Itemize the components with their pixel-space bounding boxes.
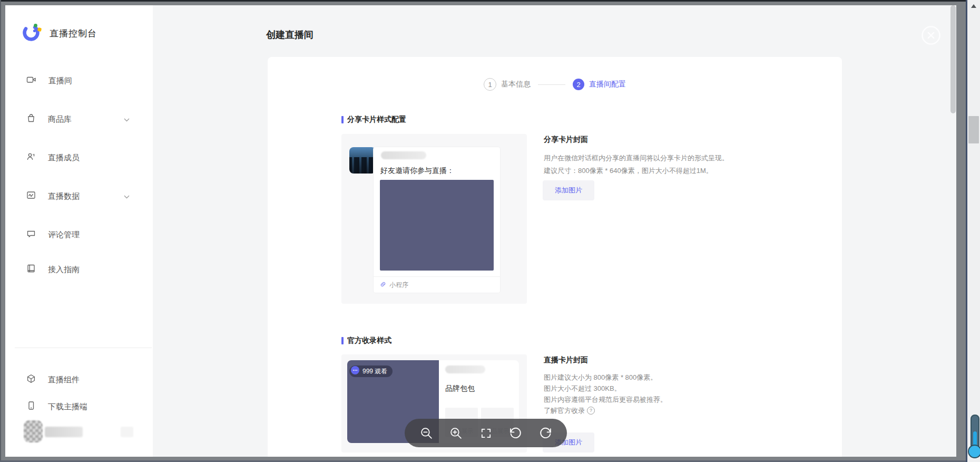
create-room-card: 1 基本信息 2 直播间配置 分享卡片样式配置 <box>268 57 842 457</box>
section-accent-bar <box>341 337 344 344</box>
section-share-card-heading: 分享卡片样式配置 <box>341 116 406 124</box>
scrollbar-thumb[interactable] <box>968 116 979 143</box>
zoom-out-icon[interactable] <box>419 426 433 440</box>
chart-icon <box>26 190 36 202</box>
section-accent-bar <box>341 116 344 123</box>
sidebar-item-label: 评论管理 <box>48 230 80 240</box>
sidebar-item-label: 直播数据 <box>48 191 80 201</box>
sidebar-item-label: 下载主播端 <box>48 402 87 412</box>
room-title: 品牌包包 <box>445 384 475 393</box>
viewer-count-badge: 999 观看 <box>349 365 393 377</box>
share-chat-card: 好友邀请你参与直播： 小程序 <box>374 147 500 293</box>
screen: 直播控制台 直播间 商品库 <box>0 0 980 462</box>
sidebar-item-product-library[interactable]: 商品库 <box>26 111 142 127</box>
browser-scrollbar <box>967 0 980 462</box>
step-basic-info[interactable]: 1 基本信息 <box>484 78 531 91</box>
info-line: 用户在微信对话框内分享的直播间将以分享卡片的形式呈现。 <box>544 152 828 165</box>
chat-avatar-image <box>349 147 376 174</box>
chat-card-divider <box>374 276 500 277</box>
chat-invite-text: 好友邀请你参与直播： <box>380 166 454 176</box>
user-profile[interactable] <box>24 420 145 444</box>
add-image-button-share-card[interactable]: 添加图片 <box>543 180 594 200</box>
sidebar-item-label: 直播间 <box>48 76 72 86</box>
step-number: 1 <box>484 78 496 91</box>
chat-sender-name-redacted <box>381 151 426 159</box>
step-connector <box>538 84 565 85</box>
main-area: 创建直播间 1 基本信息 <box>153 5 956 457</box>
step-label: 直播间配置 <box>589 80 626 89</box>
image-viewer-toolbar <box>405 419 567 447</box>
chevron-down-icon[interactable] <box>124 114 130 124</box>
anchor-name-redacted <box>445 365 485 373</box>
question-mark-icon: ? <box>587 407 595 415</box>
page-title: 创建直播间 <box>266 28 313 41</box>
sidebar: 直播控制台 直播间 商品库 <box>5 5 153 457</box>
zoom-in-icon[interactable] <box>449 426 463 440</box>
camera-icon <box>26 75 36 86</box>
app-title: 直播控制台 <box>50 27 97 40</box>
sidebar-item-label: 商品库 <box>48 114 72 124</box>
info-title: 直播卡片封面 <box>544 355 828 365</box>
phone-icon <box>26 401 36 412</box>
section-official-style-heading: 官方收录样式 <box>341 336 391 345</box>
sidebar-item-integration-guide[interactable]: 接入指南 <box>26 262 142 277</box>
app-window: 直播控制台 直播间 商品库 <box>5 5 956 457</box>
sidebar-item-comment-management[interactable]: 评论管理 <box>26 227 142 243</box>
info-title: 分享卡片封面 <box>544 135 828 145</box>
window-frame-left <box>0 0 1 462</box>
app-logo: 直播控制台 <box>21 20 142 46</box>
help-link-label: 了解官方收录 <box>544 405 585 416</box>
mini-program-footer: 小程序 <box>380 280 408 290</box>
rotate-right-icon[interactable] <box>538 426 552 440</box>
viewer-count-label: 999 观看 <box>362 367 387 376</box>
bag-icon <box>26 113 36 125</box>
brand-logo-icon <box>21 22 42 45</box>
live-dots-icon <box>351 366 359 377</box>
share-card-info: 分享卡片封面 用户在微信对话框内分享的直播间将以分享卡片的形式呈现。 建议尺寸：… <box>544 135 828 177</box>
info-line: 图片大小不超过 300KB。 <box>544 383 828 394</box>
avatar <box>24 420 43 442</box>
link-icon <box>380 280 386 290</box>
fullscreen-icon[interactable] <box>479 426 493 440</box>
user-badge-redacted <box>121 427 133 437</box>
sidebar-item-live-data[interactable]: 直播数据 <box>26 188 142 204</box>
close-button[interactable] <box>920 25 942 46</box>
info-line: 建议尺寸：800像素 * 640像素，图片大小不得超过1M。 <box>544 165 828 177</box>
pen-cursor-tip <box>968 445 980 458</box>
sidebar-divider <box>15 348 152 348</box>
step-number: 2 <box>573 79 584 90</box>
step-room-config[interactable]: 2 直播间配置 <box>573 79 626 90</box>
sidebar-item-live-component[interactable]: 直播组件 <box>26 372 142 388</box>
user-name-redacted <box>45 427 83 437</box>
member-icon <box>26 152 36 163</box>
rotate-left-icon[interactable] <box>509 426 523 440</box>
sidebar-item-download-anchor-client[interactable]: 下载主播端 <box>26 399 142 415</box>
window-frame-top <box>0 0 966 2</box>
live-card-info: 直播卡片封面 图片建议大小为 800像素 * 800像素。 图片大小不超过 30… <box>544 355 828 416</box>
section-title: 官方收录样式 <box>347 336 391 345</box>
mini-program-label: 小程序 <box>389 281 408 290</box>
info-line: 图片建议大小为 800像素 * 800像素。 <box>544 372 828 383</box>
close-icon <box>920 38 942 47</box>
sidebar-item-label: 直播组件 <box>48 375 80 385</box>
step-indicator: 1 基本信息 2 直播间配置 <box>268 78 842 91</box>
cube-icon <box>26 374 36 386</box>
step-label: 基本信息 <box>501 80 531 89</box>
section-title: 分享卡片样式配置 <box>347 115 406 124</box>
chevron-down-icon[interactable] <box>124 191 130 201</box>
guide-icon <box>26 264 36 275</box>
sidebar-item-live-room[interactable]: 直播间 <box>26 73 142 89</box>
sidebar-item-live-members[interactable]: 直播成员 <box>26 150 142 166</box>
sidebar-item-label: 接入指南 <box>48 265 80 275</box>
sidebar-item-label: 直播成员 <box>48 153 80 163</box>
scroll-up-arrow-icon[interactable] <box>971 4 976 8</box>
official-inclusion-help-link[interactable]: 了解官方收录 ? <box>544 405 828 416</box>
share-card-preview-panel: 好友邀请你参与直播： 小程序 <box>341 134 527 304</box>
info-line: 图片内容遵循平台规范后更容易被推荐。 <box>544 394 828 405</box>
modal-scrollbar-thumb[interactable] <box>950 5 956 113</box>
share-card-cover-placeholder <box>380 180 494 271</box>
comment-icon <box>26 229 36 240</box>
